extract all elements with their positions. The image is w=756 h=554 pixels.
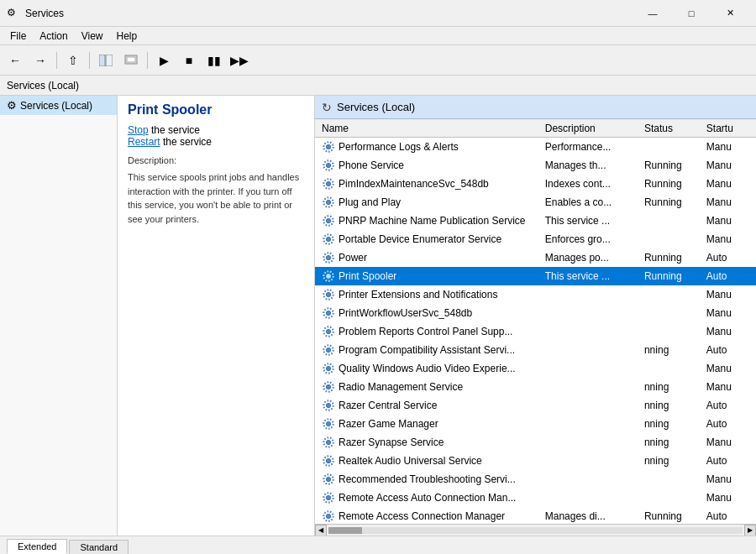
service-description [542, 385, 641, 389]
services-header-bar: ↻ Services (Local) [315, 96, 756, 119]
service-row[interactable]: Performance Logs & AlertsPerformance...M… [315, 138, 756, 156]
show-hide-button[interactable] [94, 49, 118, 72]
service-gear-icon [322, 510, 335, 523]
stop-link[interactable]: Stop [128, 124, 149, 136]
close-button[interactable]: ✕ [711, 0, 749, 27]
nav-item-services-local[interactable]: ⚙ Services (Local) [0, 96, 117, 115]
service-row[interactable]: Razer Synapse ServicenningManu [315, 433, 756, 452]
service-name: Recommended Troubleshooting Servi... [339, 473, 516, 485]
title-bar: ⚙ Services — □ ✕ [0, 0, 756, 27]
restart-suffix: the service [160, 136, 212, 148]
window-title: Services [25, 8, 633, 19]
service-row[interactable]: PrintWorkflowUserSvc_548dbManu [315, 304, 756, 322]
header-startup[interactable]: Startu [703, 121, 753, 136]
service-status [641, 238, 703, 241]
svg-point-12 [326, 218, 330, 222]
service-row[interactable]: Phone ServiceManages th...RunningManu [315, 156, 756, 175]
svg-point-34 [326, 421, 330, 426]
service-name: Quality Windows Audio Video Experie... [339, 363, 516, 374]
service-row[interactable]: Plug and PlayEnables a co...RunningManu [315, 193, 756, 212]
service-row[interactable]: PimIndexMaintenanceSvc_548dbIndexes cont… [315, 175, 756, 193]
service-description [542, 348, 641, 352]
maximize-button[interactable]: □ [672, 0, 711, 27]
service-status [641, 330, 703, 333]
restart-link[interactable]: Restart [128, 136, 160, 148]
service-startup: Manu [703, 306, 753, 321]
service-status [641, 293, 703, 296]
service-name: Problem Reports Control Panel Supp... [339, 326, 512, 337]
service-row[interactable]: Printer Extensions and NotificationsManu [315, 285, 756, 304]
header-name[interactable]: Name [318, 121, 542, 136]
svg-point-26 [326, 348, 330, 352]
service-startup: Manu [703, 472, 753, 487]
stop-suffix: the service [149, 124, 200, 136]
service-gear-icon [322, 196, 335, 209]
service-row[interactable]: Radio Management ServicenningManu [315, 378, 756, 396]
service-startup: Manu [703, 324, 753, 339]
tab-extended[interactable]: Extended [7, 539, 67, 554]
svg-point-32 [326, 403, 330, 407]
service-name: Remote Access Connection Manager [339, 510, 505, 522]
menu-help[interactable]: Help [110, 29, 144, 44]
service-row[interactable]: Remote Access Connection ManagerManages … [315, 507, 756, 524]
back-button[interactable]: ← [3, 49, 27, 72]
forward-button[interactable]: → [29, 49, 52, 72]
service-startup: Manu [703, 232, 753, 247]
menu-file[interactable]: File [3, 29, 33, 44]
service-name: Power [339, 252, 367, 264]
service-status [641, 311, 703, 315]
service-gear-icon [322, 233, 335, 246]
svg-point-38 [326, 458, 330, 463]
header-description[interactable]: Description [542, 121, 641, 136]
service-gear-icon [322, 491, 335, 504]
service-gear-icon [322, 362, 335, 375]
up-button[interactable]: ⇧ [61, 49, 85, 72]
scroll-track[interactable] [328, 527, 743, 534]
service-name: Remote Access Auto Connection Man... [339, 492, 516, 504]
properties-button[interactable] [119, 49, 143, 72]
service-description [542, 422, 641, 426]
service-row[interactable]: PowerManages po...RunningAuto [315, 248, 756, 267]
service-row[interactable]: Problem Reports Control Panel Supp...Man… [315, 322, 756, 341]
horizontal-scrollbar[interactable]: ◀ ▶ [315, 524, 756, 536]
service-description [542, 293, 641, 296]
breadcrumb-bar: Services (Local) [0, 76, 756, 96]
service-row[interactable]: Razer Game ManagernningAuto [315, 415, 756, 433]
service-startup: Manu [703, 158, 753, 173]
menu-action[interactable]: Action [33, 29, 74, 44]
scroll-left-button[interactable]: ◀ [315, 525, 327, 536]
service-status: nning [641, 398, 703, 413]
service-row[interactable]: Razer Central ServicenningAuto [315, 396, 756, 415]
svg-point-10 [326, 200, 330, 204]
start-service-button[interactable]: ▶ [152, 49, 176, 72]
service-row[interactable]: Recommended Troubleshooting Servi...Manu [315, 470, 756, 489]
service-row[interactable]: Portable Device Enumerator ServiceEnforc… [315, 230, 756, 248]
header-status[interactable]: Status [641, 121, 703, 136]
service-startup: Auto [703, 342, 753, 358]
minimize-button[interactable]: — [633, 0, 672, 27]
service-startup: Manu [703, 435, 753, 450]
toolbar-separator-1 [56, 52, 57, 69]
service-gear-icon [322, 159, 335, 172]
pause-service-button[interactable]: ▮▮ [202, 49, 226, 72]
service-row[interactable]: Realtek Audio Universal ServicenningAuto [315, 452, 756, 470]
restart-service-button[interactable]: ▶▶ [228, 49, 251, 72]
service-row[interactable]: Quality Windows Audio Video Experie...Ma… [315, 359, 756, 378]
stop-service-button[interactable]: ■ [177, 49, 201, 72]
service-status [641, 367, 703, 370]
service-row[interactable]: Program Compatibility Assistant Servi...… [315, 341, 756, 359]
service-gear-icon [322, 436, 335, 449]
scroll-right-button[interactable]: ▶ [744, 525, 756, 536]
menu-view[interactable]: View [75, 29, 110, 44]
service-startup: Auto [703, 416, 753, 431]
service-row[interactable]: PNRP Machine Name Publication ServiceThi… [315, 212, 756, 230]
service-row[interactable]: Print SpoolerThis service ...RunningAuto [315, 267, 756, 285]
tab-standard[interactable]: Standard [69, 540, 129, 554]
service-row[interactable]: Remote Access Auto Connection Man...Manu [315, 489, 756, 507]
scroll-thumb[interactable] [328, 527, 362, 534]
service-startup: Manu [703, 379, 753, 395]
service-gear-icon [322, 251, 335, 264]
service-description: This service ... [542, 269, 641, 284]
service-description: Manages po... [542, 250, 641, 265]
service-startup: Auto [703, 453, 753, 468]
